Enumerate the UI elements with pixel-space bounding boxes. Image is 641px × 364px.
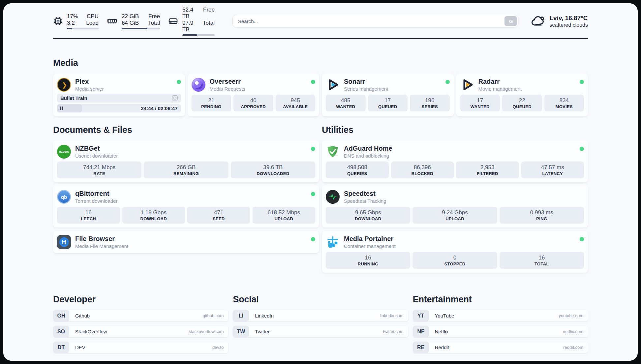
stat-pending: 21PENDING <box>192 95 231 111</box>
bookmark-netflix[interactable]: NF Netflix netflix.com <box>413 326 588 337</box>
bookmark-dev[interactable]: DT DEV dev.to <box>53 342 228 353</box>
bookmark-twitter[interactable]: TW Twitter twitter.com <box>233 326 408 337</box>
disk-total-label: Total <box>203 20 215 33</box>
status-dot <box>580 80 584 84</box>
session-icon <box>172 95 178 101</box>
ram-free: 22 GiB <box>122 13 139 20</box>
bookmark-stackoverflow[interactable]: SO StackOverflow stackoverflow.com <box>53 326 228 337</box>
section-title-utilities: Utilities <box>322 125 588 135</box>
app-card-overseerr[interactable]: Overseerr Media Requests 21PENDING 40APP… <box>188 74 320 116</box>
app-card-adguard[interactable]: AdGuard Home DNS and adblocking 498,508Q… <box>322 140 588 182</box>
now-playing-row: Bullet Train <box>57 94 181 103</box>
pause-icon[interactable] <box>60 106 63 110</box>
stat-queries: 498,508QUERIES <box>326 162 389 178</box>
app-subtitle: Speedtest Tracking <box>344 198 386 204</box>
weather-widget: Lviv, 16.87°C scattered clouds <box>530 14 588 29</box>
cpu-load: 3.2 <box>67 20 75 26</box>
sonarr-icon <box>326 78 340 92</box>
app-card-filebrowser[interactable]: File Browser Media File Management <box>53 231 319 253</box>
status-dot <box>177 80 181 84</box>
cpu-widget: 17%CPU 3.2Load <box>53 13 99 29</box>
bookmark-url: dev.to <box>212 345 224 350</box>
bookmark-abbr: DT <box>53 342 69 353</box>
bookmark-name: Twitter <box>255 329 269 334</box>
weather-location-temp: Lviv, 16.87°C <box>549 14 588 22</box>
stat-running: 16RUNNING <box>326 252 410 269</box>
status-dot <box>580 237 584 241</box>
memory-widget: 22 GiBFree 64 GiBTotal <box>107 13 160 29</box>
app-subtitle: Media Requests <box>210 86 245 92</box>
bookmark-group-social: Social LI LinkedIn linkedin.com TW Twitt… <box>233 294 408 357</box>
bookmark-github[interactable]: GH Github github.com <box>53 310 228 321</box>
radarr-icon <box>460 78 474 92</box>
app-subtitle: Media File Management <box>75 243 128 249</box>
app-card-plex[interactable]: ❯ Plex Media server Bullet Train 24:44 /… <box>53 74 185 116</box>
bookmark-abbr: SO <box>53 326 69 337</box>
app-card-sonarr[interactable]: Sonarr Series management 485WANTED 17QUE… <box>322 74 454 116</box>
weather-condition: scattered clouds <box>549 22 588 28</box>
cpu-load-label: Load <box>86 20 99 26</box>
stat-wanted: 485WANTED <box>326 95 366 111</box>
cpu-label: CPU <box>87 13 99 20</box>
section-title-media: Media <box>53 58 588 68</box>
status-dot <box>311 192 315 196</box>
playback-progress-bar[interactable]: 24:44 / 02:06:47 <box>57 104 181 112</box>
stat-available: 945AVAILABLE <box>276 95 316 111</box>
status-dot <box>311 237 315 241</box>
track-title: Bullet Train <box>60 95 87 101</box>
bookmark-linkedin[interactable]: LI LinkedIn linkedin.com <box>233 310 408 321</box>
search-engine-button[interactable]: G <box>504 16 517 26</box>
bookmark-youtube[interactable]: YT YouTube youtube.com <box>413 310 588 321</box>
app-subtitle: Container management <box>344 243 396 249</box>
header: 17%CPU 3.2Load 22 GiBFree 64 GiBTotal <box>53 12 588 30</box>
bookmark-url: github.com <box>203 313 224 318</box>
bookmark-name: StackOverflow <box>75 329 107 334</box>
bookmark-abbr: TW <box>233 326 249 337</box>
bookmark-abbr: NF <box>413 326 429 337</box>
stat-seed: 471SEED <box>187 207 250 224</box>
status-dot <box>580 147 584 151</box>
bookmark-name: Reddit <box>435 345 449 350</box>
stat-upload: 618.52 MbpsUPLOAD <box>253 207 316 224</box>
adguard-icon <box>326 145 340 159</box>
plex-icon: ❯ <box>57 78 71 92</box>
app-name: AdGuard Home <box>344 144 392 152</box>
app-subtitle: Torrent downloader <box>75 198 117 204</box>
search-input[interactable] <box>232 15 518 27</box>
app-name: Speedtest <box>344 190 386 197</box>
app-card-speedtest[interactable]: Speedtest Speedtest Tracking 9.65 GbpsDO… <box>322 186 588 228</box>
bookmark-url: linkedin.com <box>380 313 403 318</box>
ram-icon <box>107 15 118 27</box>
app-name: Sonarr <box>344 77 388 85</box>
app-card-nzbget[interactable]: nzbget NZBGet Usenet downloader 744.21 M… <box>53 140 319 182</box>
stat-filtered: 2,953FILTERED <box>456 162 519 178</box>
header-divider <box>53 38 588 39</box>
bookmark-url: reddit.com <box>563 345 583 350</box>
disk-icon <box>168 16 178 26</box>
app-name: qBittorrent <box>75 190 117 197</box>
app-name: NZBGet <box>75 144 118 152</box>
bookmark-url: stackoverflow.com <box>189 329 224 334</box>
app-card-portainer[interactable]: Media Portainer Container management 16R… <box>322 231 588 273</box>
app-card-qbittorrent[interactable]: qb qBittorrent Torrent downloader 16LEEC… <box>53 186 319 228</box>
cloud-icon <box>530 14 545 29</box>
bookmark-group-entertainment: Entertainment YT YouTube youtube.com NF … <box>413 294 588 357</box>
overseerr-icon <box>192 78 205 92</box>
status-dot <box>311 80 315 84</box>
status-dot <box>311 147 315 151</box>
app-card-radarr[interactable]: Radarr Movie management 17WANTED 22QUEUE… <box>456 74 588 116</box>
stat-latency: 47.57 msLATENCY <box>521 162 584 178</box>
disk-widget: 52.4 TBFree 97.9 TBTotal <box>168 7 215 36</box>
bookmark-abbr: LI <box>233 310 249 321</box>
screen-frame: 17%CPU 3.2Load 22 GiBFree 64 GiBTotal <box>0 0 641 364</box>
stat-leech: 16LEECH <box>57 207 120 224</box>
cpu-percent: 17% <box>67 13 78 20</box>
bookmark-reddit[interactable]: RE Reddit reddit.com <box>413 342 588 353</box>
stat-remaining: 266 GBREMAINING <box>144 162 228 178</box>
portainer-icon <box>326 235 340 249</box>
app-subtitle: Movie management <box>478 86 522 92</box>
stat-approved: 40APPROVED <box>233 95 273 111</box>
bookmark-url: netflix.com <box>563 329 583 334</box>
ram-free-label: Free <box>148 13 160 20</box>
bookmark-name: YouTube <box>435 313 454 318</box>
